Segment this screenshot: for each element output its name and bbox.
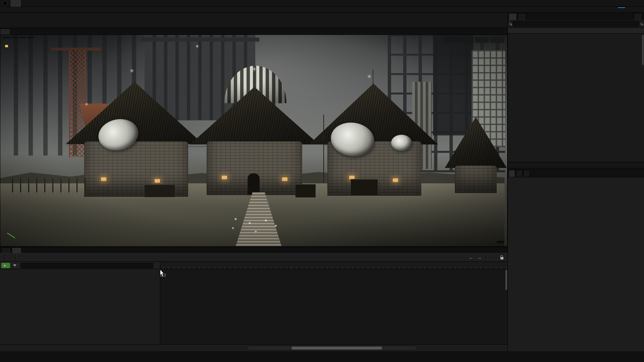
viewport-controls-left (3, 37, 34, 38)
ue-logo-icon (3, 1, 7, 6)
title-bar (0, 0, 644, 7)
search-tracks-input[interactable] (20, 263, 153, 268)
bottom-panel: ← → + (0, 247, 507, 362)
rotation-snap-control[interactable] (475, 37, 481, 43)
lock-icon[interactable] (500, 257, 503, 259)
navigate-back-icon[interactable]: ← (467, 254, 475, 261)
menu-bar (0, 7, 644, 13)
show-dropdown[interactable] (27, 37, 34, 38)
level-window-tab[interactable] (10, 0, 21, 7)
funnel-icon (13, 264, 16, 266)
tab-world-settings[interactable] (516, 170, 523, 177)
level-badge (497, 241, 504, 243)
tab-layers[interactable] (518, 13, 526, 20)
game-controller-icon[interactable] (444, 37, 450, 43)
close-button[interactable] (635, 0, 644, 7)
viewport-render (0, 35, 507, 246)
outliner-scrollbar[interactable] (642, 35, 644, 65)
scale-snap-control[interactable] (482, 37, 489, 43)
bottom-tab-strip (0, 247, 507, 253)
timeline-scroll-track[interactable] (248, 347, 416, 350)
search-icon (509, 23, 512, 25)
tab-content-browser[interactable] (1, 247, 11, 253)
upload-badge[interactable] (618, 7, 625, 8)
outliner-column-headers (508, 27, 644, 34)
fly-mode-icon[interactable] (459, 37, 466, 43)
transport-bar (0, 344, 507, 352)
viewport-tab[interactable] (0, 28, 10, 35)
bottom-strip (0, 351, 644, 362)
sequencer-track-panel: + (0, 262, 160, 344)
outliner-tab-strip (508, 13, 644, 20)
maximize-viewport-icon[interactable] (498, 37, 504, 43)
add-track-button[interactable]: + (1, 263, 10, 268)
tab-world-outliner[interactable] (508, 13, 517, 20)
sequencer-track-header: + (0, 262, 160, 269)
right-panel (507, 13, 644, 362)
main-toolbar (0, 13, 507, 28)
minimize-button[interactable] (618, 0, 627, 7)
camera-icon (488, 254, 495, 261)
camera-speed-control[interactable] (490, 37, 497, 43)
viewport[interactable] (0, 35, 507, 247)
sequencer-toolbar: ← → (0, 253, 507, 262)
scene-vignette (0, 35, 507, 246)
tab-details[interactable] (508, 170, 515, 177)
grid-snap-control[interactable] (467, 37, 474, 43)
timeline-lanes (160, 269, 507, 344)
left-column: ← → + (0, 28, 507, 362)
maximize-button[interactable] (627, 0, 635, 7)
perspective-dropdown[interactable] (11, 37, 18, 38)
tab-levels[interactable] (634, 13, 642, 20)
outliner-rows (508, 34, 644, 162)
sequencer-timeline-panel (160, 262, 507, 344)
details-empty-message (508, 177, 644, 183)
viewport-options-dropdown[interactable] (3, 37, 10, 38)
viewport-tab-strip (0, 28, 507, 35)
filter-button[interactable] (11, 264, 19, 266)
outliner-search-input[interactable] (513, 21, 639, 26)
filter-settings-icon[interactable] (640, 23, 643, 25)
tab-place-actors[interactable] (523, 170, 530, 177)
toolbar-separator (485, 255, 486, 260)
viewport-controls-right (444, 37, 504, 43)
camera-icon (5, 45, 8, 47)
outliner-search-row (508, 20, 644, 27)
track-list (0, 269, 160, 339)
sequencer-body: + (0, 262, 507, 344)
timeline-scroll-thumb[interactable] (291, 347, 382, 350)
outliner-footer (508, 162, 644, 168)
axis-gizmo (6, 235, 16, 239)
lit-mode-dropdown[interactable] (19, 37, 26, 38)
navigate-forward-icon[interactable]: → (476, 254, 483, 261)
timeline-ruler[interactable] (160, 262, 507, 269)
curve-editor-icon[interactable] (18, 254, 25, 261)
toolbar-separator (15, 255, 16, 260)
orbit-icon[interactable] (451, 37, 458, 43)
pilot-camera-overlay (5, 45, 10, 47)
details-body (508, 177, 644, 362)
tab-sequencer[interactable] (12, 247, 21, 253)
timeline[interactable] (160, 262, 507, 344)
timeline-scrollbar[interactable] (505, 270, 507, 290)
details-tab-strip (508, 170, 644, 177)
section-tooltip (160, 274, 166, 277)
plus-icon: + (4, 263, 6, 267)
toolbar-separator (4, 255, 5, 260)
